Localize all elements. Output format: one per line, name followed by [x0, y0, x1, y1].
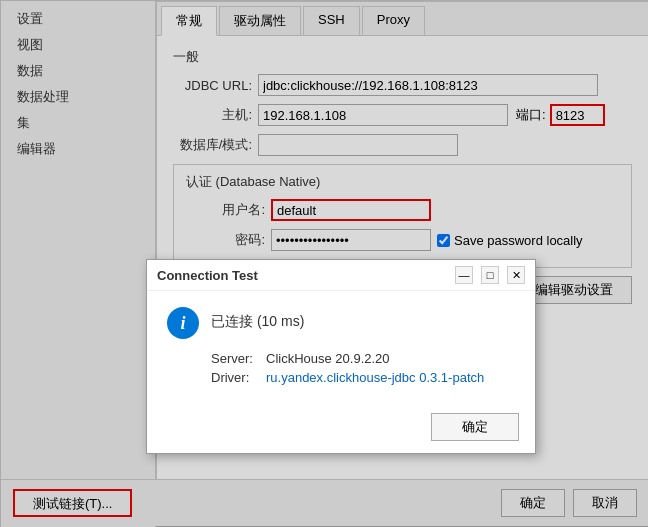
modal-body: i 已连接 (10 ms) Server: ClickHouse 20.9.2.…: [147, 291, 535, 405]
modal-footer: 确定: [147, 405, 535, 453]
driver-value: ru.yandex.clickhouse-jdbc 0.3.1-patch: [266, 370, 484, 385]
modal-close-button[interactable]: ✕: [507, 266, 525, 284]
main-dialog: 设置 视图 数据 数据处理 集 编辑器 常规 驱动属性 SSH: [0, 0, 648, 527]
modal-message: 已连接 (10 ms): [211, 307, 304, 331]
connection-test-dialog: Connection Test — □ ✕ i 已连接 (10 ms) Serv…: [146, 259, 536, 454]
modal-title: Connection Test: [157, 268, 258, 283]
modal-info-row: i 已连接 (10 ms): [167, 307, 515, 339]
server-value: ClickHouse 20.9.2.20: [266, 351, 390, 366]
modal-controls: — □ ✕: [455, 266, 525, 284]
modal-ok-button[interactable]: 确定: [431, 413, 519, 441]
info-icon: i: [167, 307, 199, 339]
modal-overlay: Connection Test — □ ✕ i 已连接 (10 ms) Serv…: [1, 1, 648, 527]
server-label: Server:: [211, 351, 266, 366]
modal-server-row: Server: ClickHouse 20.9.2.20: [167, 351, 515, 366]
modal-driver-row: Driver: ru.yandex.clickhouse-jdbc 0.3.1-…: [167, 370, 515, 385]
modal-titlebar: Connection Test — □ ✕: [147, 260, 535, 291]
driver-label: Driver:: [211, 370, 266, 385]
modal-minimize-button[interactable]: —: [455, 266, 473, 284]
modal-maximize-button[interactable]: □: [481, 266, 499, 284]
